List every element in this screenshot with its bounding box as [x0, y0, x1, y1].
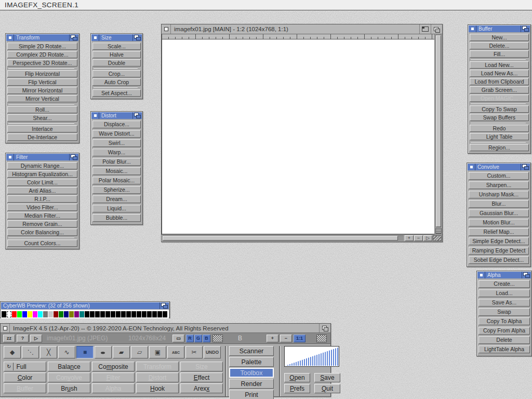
sleep-button[interactable]: zz — [3, 335, 15, 342]
color-swatch[interactable] — [142, 311, 147, 317]
close-icon[interactable] — [6, 34, 14, 41]
toolbar-titlebar[interactable]: ImageFX 4.5 (12-Apr-20) -- © 1992-2020 A… — [1, 324, 330, 333]
color-swatch[interactable] — [74, 311, 79, 317]
close-icon[interactable] — [1, 324, 10, 332]
hscroll-thumb[interactable] — [163, 236, 398, 241]
panel-button[interactable]: Swap — [478, 308, 530, 316]
panel-button[interactable]: Blur... — [469, 200, 529, 208]
dither-pattern-icon[interactable] — [212, 335, 223, 342]
color-swatch[interactable] — [7, 311, 11, 317]
color-swatch[interactable] — [157, 311, 162, 317]
close-icon[interactable] — [468, 164, 475, 170]
panel-button[interactable]: Histogram Equalization... — [7, 170, 77, 178]
panel-titlebar[interactable]: Buffer — [469, 25, 530, 32]
close-icon[interactable] — [6, 154, 14, 161]
box-tool-button[interactable]: ■ — [76, 346, 94, 358]
panel-button[interactable]: Warp... — [92, 149, 141, 156]
panel-button[interactable]: Load New As... — [470, 70, 529, 77]
panel-button[interactable]: Polar Blur... — [92, 158, 141, 166]
render-button[interactable]: Render — [229, 379, 274, 389]
zoom-in-button[interactable]: + — [267, 335, 278, 342]
panel-button[interactable]: De-Interlace — [7, 134, 77, 141]
zoom-out-button[interactable]: − — [414, 235, 423, 241]
curve-tool-button[interactable]: ∿ — [58, 346, 75, 358]
panel-button[interactable]: Save As... — [478, 299, 530, 307]
view-mode-cycle-button[interactable]: ↻Full — [4, 362, 46, 371]
navigator-icon[interactable] — [316, 335, 327, 342]
color-swatch[interactable] — [111, 311, 115, 317]
panel-button[interactable]: Crop... — [92, 70, 141, 77]
panel-button[interactable]: Gaussian Blur... — [469, 209, 529, 217]
panel-button[interactable]: Spherize... — [92, 186, 141, 194]
brush-button[interactable]: ↻Brush — [48, 383, 90, 393]
panel-button[interactable]: Color Balancing... — [7, 229, 77, 236]
panel-titlebar[interactable]: Transform — [6, 34, 78, 41]
color-swatch[interactable] — [48, 311, 53, 317]
panel-button[interactable]: Anti Alias... — [7, 187, 77, 194]
polygon-tool-button[interactable]: ▰ — [113, 346, 130, 358]
color-button[interactable]: ↻Color — [4, 373, 46, 382]
green-channel-toggle[interactable]: G — [194, 335, 202, 342]
panel-button[interactable]: Set Aspect... — [92, 89, 141, 97]
effect-button[interactable]: ↻Effect — [180, 373, 223, 382]
zoom-gadget-icon[interactable] — [419, 24, 431, 34]
panel-button[interactable]: Copy To Swap — [470, 105, 529, 113]
scanner-button[interactable]: Scanner — [229, 346, 274, 356]
open-button[interactable]: Open — [284, 373, 310, 382]
undo-button[interactable]: UNDO — [204, 346, 221, 358]
panel-button[interactable]: Color Limit... — [7, 179, 77, 186]
color-swatch[interactable] — [22, 311, 27, 317]
panel-button[interactable]: Region... — [470, 144, 529, 151]
panel-button[interactable]: Flip Vertical — [7, 78, 77, 86]
panel-button[interactable]: Custom... — [469, 172, 529, 180]
color-swatch[interactable] — [116, 311, 121, 317]
color-swatch[interactable] — [64, 311, 69, 317]
panel-titlebar[interactable]: Distort — [91, 112, 142, 119]
depth-icon[interactable] — [159, 302, 169, 309]
panel-button[interactable]: Halve — [92, 51, 141, 58]
arexx-button[interactable]: ↻Arexx — [180, 383, 223, 393]
help-button[interactable]: ? — [17, 335, 29, 342]
panel-button[interactable]: Bubble... — [92, 214, 141, 222]
panel-button[interactable]: Delete — [478, 336, 530, 344]
vscroll-track[interactable] — [435, 35, 442, 228]
color-swatch[interactable] — [17, 311, 22, 317]
toolbox-button[interactable]: Toolbox — [229, 368, 274, 378]
close-icon[interactable] — [469, 25, 476, 32]
dot-tool-button[interactable]: ◆ — [4, 346, 21, 358]
panel-button[interactable]: Mirror Horizontal — [7, 87, 77, 94]
color-swatch[interactable] — [163, 311, 167, 317]
color-swatch[interactable] — [100, 311, 105, 317]
panel-button[interactable]: Scale... — [92, 43, 141, 50]
panel-button[interactable]: Sharpen... — [469, 181, 529, 189]
color-swatch[interactable] — [90, 311, 95, 317]
panel-button[interactable]: Mirror Vertical — [7, 95, 77, 102]
color-swatch[interactable] — [121, 311, 126, 317]
depth-icon[interactable] — [69, 154, 78, 161]
panel-button[interactable]: Sobel Edge Detect... — [469, 256, 529, 264]
panel-button[interactable]: Delete... — [470, 42, 529, 49]
resize-handle[interactable] — [433, 235, 442, 241]
panel-button[interactable]: Interlace — [7, 125, 77, 132]
panel-button[interactable]: Swirl... — [92, 139, 141, 147]
zoom-out-button[interactable]: − — [280, 335, 292, 342]
vscroll-thumb[interactable] — [436, 35, 441, 227]
close-icon[interactable] — [162, 24, 171, 34]
freehand-polygon-tool-button[interactable]: ▱ — [131, 346, 148, 358]
color-swatch[interactable] — [85, 311, 89, 317]
panel-button[interactable]: Load from Clipboard — [470, 78, 529, 85]
panel-button[interactable]: Create... — [478, 280, 530, 288]
color-swatch[interactable] — [147, 311, 152, 317]
depth-icon[interactable] — [431, 24, 442, 34]
color-swatch[interactable] — [38, 311, 43, 317]
panel-button[interactable]: Load... — [478, 289, 530, 297]
display-icon[interactable]: ▭ — [172, 335, 184, 342]
balance-button[interactable]: ↻Balance — [48, 362, 90, 371]
palette-button[interactable]: Palette — [229, 357, 274, 367]
color-swatch[interactable] — [137, 311, 141, 317]
canvas[interactable] — [162, 39, 434, 234]
panel-button[interactable]: Auto Crop — [92, 78, 141, 86]
panel-button[interactable]: Wave Distort... — [92, 130, 141, 138]
panel-button[interactable]: Dynamic Range... — [7, 162, 77, 169]
panel-button[interactable]: Perspective 3D Rotate... — [7, 59, 77, 66]
